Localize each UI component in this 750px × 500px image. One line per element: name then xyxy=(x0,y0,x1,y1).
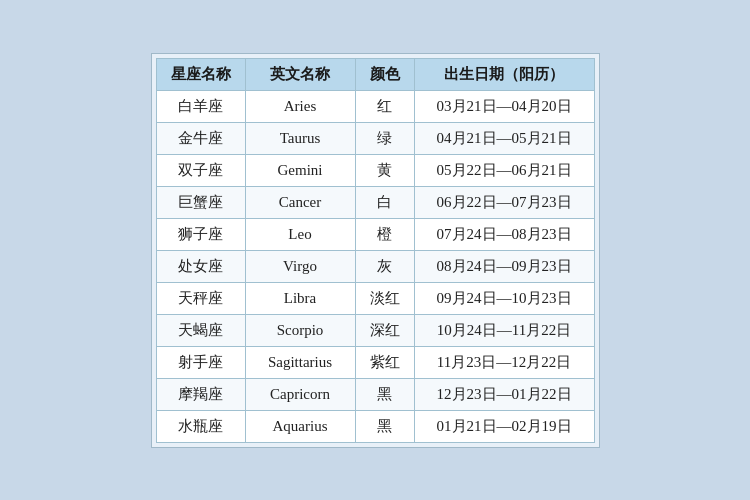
cell-date: 05月22日—06月21日 xyxy=(414,154,594,186)
cell-date: 08月24日—09月23日 xyxy=(414,250,594,282)
cell-english: Capricorn xyxy=(245,378,355,410)
cell-chinese: 巨蟹座 xyxy=(156,186,245,218)
cell-english: Libra xyxy=(245,282,355,314)
cell-chinese: 金牛座 xyxy=(156,122,245,154)
table-row: 摩羯座Capricorn黑12月23日—01月22日 xyxy=(156,378,594,410)
cell-color: 橙 xyxy=(355,218,414,250)
cell-color: 紫红 xyxy=(355,346,414,378)
cell-english: Taurus xyxy=(245,122,355,154)
cell-date: 11月23日—12月22日 xyxy=(414,346,594,378)
table-row: 处女座Virgo灰08月24日—09月23日 xyxy=(156,250,594,282)
table-row: 天蝎座Scorpio深红10月24日—11月22日 xyxy=(156,314,594,346)
cell-english: Virgo xyxy=(245,250,355,282)
cell-english: Aries xyxy=(245,90,355,122)
cell-color: 灰 xyxy=(355,250,414,282)
header-date: 出生日期（阳历） xyxy=(414,58,594,90)
cell-date: 12月23日—01月22日 xyxy=(414,378,594,410)
header-color: 颜色 xyxy=(355,58,414,90)
cell-chinese: 双子座 xyxy=(156,154,245,186)
cell-chinese: 水瓶座 xyxy=(156,410,245,442)
cell-english: Gemini xyxy=(245,154,355,186)
cell-color: 黑 xyxy=(355,410,414,442)
cell-chinese: 天蝎座 xyxy=(156,314,245,346)
table-row: 金牛座Taurus绿04月21日—05月21日 xyxy=(156,122,594,154)
zodiac-table-container: 星座名称 英文名称 颜色 出生日期（阳历） 白羊座Aries红03月21日—04… xyxy=(151,53,600,448)
cell-english: Sagittarius xyxy=(245,346,355,378)
cell-english: Aquarius xyxy=(245,410,355,442)
cell-english: Leo xyxy=(245,218,355,250)
cell-color: 红 xyxy=(355,90,414,122)
table-row: 双子座Gemini黄05月22日—06月21日 xyxy=(156,154,594,186)
cell-chinese: 摩羯座 xyxy=(156,378,245,410)
cell-chinese: 狮子座 xyxy=(156,218,245,250)
table-row: 巨蟹座Cancer白06月22日—07月23日 xyxy=(156,186,594,218)
cell-english: Scorpio xyxy=(245,314,355,346)
cell-date: 01月21日—02月19日 xyxy=(414,410,594,442)
table-row: 狮子座Leo橙07月24日—08月23日 xyxy=(156,218,594,250)
cell-date: 03月21日—04月20日 xyxy=(414,90,594,122)
cell-color: 黄 xyxy=(355,154,414,186)
cell-color: 淡红 xyxy=(355,282,414,314)
cell-date: 06月22日—07月23日 xyxy=(414,186,594,218)
cell-chinese: 处女座 xyxy=(156,250,245,282)
header-english: 英文名称 xyxy=(245,58,355,90)
cell-color: 深红 xyxy=(355,314,414,346)
cell-english: Cancer xyxy=(245,186,355,218)
cell-date: 09月24日—10月23日 xyxy=(414,282,594,314)
cell-chinese: 射手座 xyxy=(156,346,245,378)
table-row: 射手座Sagittarius紫红11月23日—12月22日 xyxy=(156,346,594,378)
table-row: 天秤座Libra淡红09月24日—10月23日 xyxy=(156,282,594,314)
cell-color: 白 xyxy=(355,186,414,218)
table-row: 水瓶座Aquarius黑01月21日—02月19日 xyxy=(156,410,594,442)
table-row: 白羊座Aries红03月21日—04月20日 xyxy=(156,90,594,122)
cell-chinese: 天秤座 xyxy=(156,282,245,314)
cell-date: 04月21日—05月21日 xyxy=(414,122,594,154)
cell-color: 黑 xyxy=(355,378,414,410)
cell-date: 10月24日—11月22日 xyxy=(414,314,594,346)
cell-chinese: 白羊座 xyxy=(156,90,245,122)
cell-color: 绿 xyxy=(355,122,414,154)
table-header-row: 星座名称 英文名称 颜色 出生日期（阳历） xyxy=(156,58,594,90)
cell-date: 07月24日—08月23日 xyxy=(414,218,594,250)
header-chinese: 星座名称 xyxy=(156,58,245,90)
zodiac-table: 星座名称 英文名称 颜色 出生日期（阳历） 白羊座Aries红03月21日—04… xyxy=(156,58,595,443)
